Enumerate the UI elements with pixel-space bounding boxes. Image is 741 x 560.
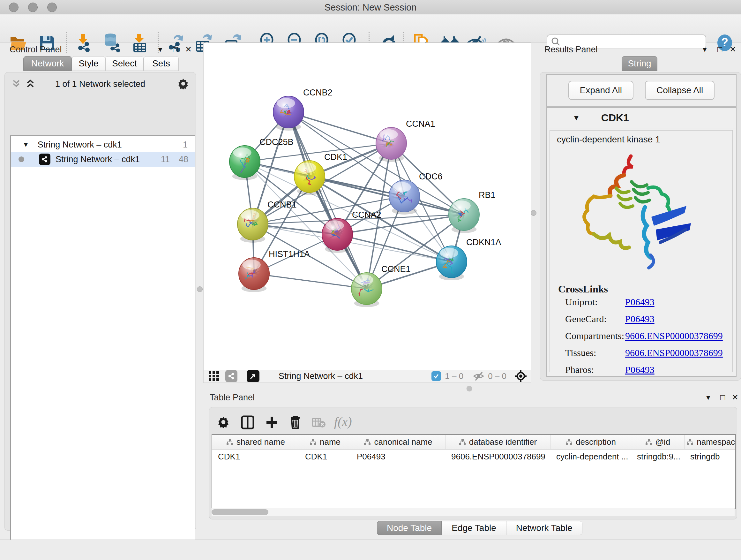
network-view-title: String Network – cdk1 [279,371,363,381]
results-panel: Results Panel ▾ □ ✕ String Expand All Co… [540,42,741,381]
results-panel-menu-icon[interactable]: ▾ [703,45,707,54]
table-cell[interactable]: CDK1 [212,449,299,463]
crosslink-label: GeneCard: [565,314,607,324]
collection-expander-icon[interactable]: ▼ [22,140,29,149]
title-bar: Session: New Session [0,0,741,14]
results-buttons-box: Expand All Collapse All [546,74,737,107]
selected-checkbox-icon[interactable] [431,371,441,381]
birds-eye-view-icon[interactable] [208,371,220,381]
table-cell[interactable]: stringdb [684,449,736,463]
control-panel-menu-icon[interactable]: ▾ [158,45,162,54]
main-toolbar: ? [0,14,741,43]
crosslink-link[interactable]: 9606.ENSP00000378699 [625,330,723,341]
delete-table-icon[interactable] [312,417,326,428]
fit-content-crosshair-icon[interactable] [515,370,527,382]
table-horizontal-scrollbar[interactable] [212,508,735,516]
hidden-eye-icon [473,371,485,381]
node-label-cdc25b: CDC25B [259,137,293,147]
crosslink-link[interactable]: P06493 [625,364,655,375]
collection-label: String Network – cdk1 [38,140,122,150]
crosslink-label: Compartments: [565,330,624,341]
table-row[interactable]: CDK1CDK1P064939606.ENSP00000378699cyclin… [212,449,735,463]
hierarchy-icon [459,439,466,445]
table-panel-float-icon[interactable]: □ [720,393,725,402]
column-header-shared-name[interactable]: shared name [212,435,299,449]
gene-header-row[interactable]: ▼ CDK1 [547,108,736,128]
network-edge[interactable] [288,112,391,143]
node-label-ccne1: CCNE1 [381,264,411,274]
function-builder-icon[interactable]: f(x) [334,414,352,429]
tab-edge-table[interactable]: Edge Table [442,521,506,535]
network-row[interactable]: String Network – cdk1 11 48 [11,152,195,167]
right-splitter-handle[interactable] [531,210,536,216]
protein-structure-image [564,150,698,277]
column-header-namespace[interactable]: namespace [684,435,736,449]
network-collection-row[interactable]: ▼ String Network – cdk1 1 [11,137,195,152]
delete-column-icon[interactable] [289,415,301,429]
table-panel-close-icon[interactable]: ✕ [732,393,738,402]
network-options-gear-icon[interactable] [178,78,189,89]
node-label-ccna2: CCNA2 [352,210,381,220]
selected-count: 1 – 0 [445,371,463,381]
tab-sets[interactable]: Sets [144,56,179,71]
gene-detail-inner: cyclin-dependent kinase 1 [549,130,733,372]
crosslink-link[interactable]: P06493 [625,297,655,307]
crosslink-link[interactable]: 9606.ENSP00000378699 [625,348,723,358]
tab-select[interactable]: Select [105,56,144,71]
table-scrollbar-thumb[interactable] [212,509,268,515]
gene-description: cyclin-dependent kinase 1 [557,134,660,145]
table-header-row: shared namenamecanonical namedatabase id… [212,435,735,449]
gene-expander-icon[interactable]: ▼ [572,113,580,122]
tab-network[interactable]: Network [23,56,72,71]
toolbar-separator [468,370,468,382]
node-label-cdkn1a: CDKN1A [466,238,501,247]
collapse-all-button[interactable]: Collapse All [645,81,715,100]
network-selection-status: 1 of 1 Network selected [4,79,196,89]
node-label-hist1h1a: HIST1H1A [269,249,310,259]
results-panel-close-icon[interactable]: ✕ [730,45,736,54]
column-header-database-identifier[interactable]: database identifier [446,435,550,449]
table-panel-title: Table Panel [210,393,255,402]
control-panel-close-icon[interactable]: ✕ [185,45,192,54]
network-edge[interactable] [254,273,367,289]
crosslink-label: Tissues: [565,348,596,358]
node-label-cdk1: CDK1 [324,152,347,162]
table-panel-menu-icon[interactable]: ▾ [706,393,711,402]
node-label-ccnb1: CCNB1 [267,200,297,209]
collection-count: 1 [183,140,188,150]
network-node-count: 11 [161,154,170,165]
network-view-canvas[interactable]: CCNB2CCNA1CDC25BCDK1CDC6RB1CCNB1CCNA2CDK… [203,43,531,370]
column-header-name[interactable]: name [299,435,351,449]
status-bar: Memory [0,540,741,560]
gene-detail-box: ▼ CDK1 cyclin-dependent kinase 1 [546,107,737,377]
tab-style[interactable]: Style [72,56,105,71]
table-rows: CDK1CDK1P064939606.ENSP00000378699cyclin… [212,449,735,463]
tab-node-table[interactable]: Node Table [377,521,442,535]
network-edge[interactable] [288,112,367,289]
hierarchy-icon [364,439,371,445]
results-panel-float-icon[interactable]: □ [718,45,722,54]
tab-string[interactable]: String [622,56,657,71]
hidden-count: 0 – 0 [488,371,507,381]
crosslink-link[interactable]: P06493 [625,314,655,324]
expand-all-button[interactable]: Expand All [568,81,633,100]
control-panel-float-icon[interactable]: □ [173,45,178,54]
table-cell[interactable]: CDK1 [299,449,351,463]
detach-view-icon[interactable] [247,370,259,382]
node-table: shared namenamecanonical namedatabase id… [212,434,736,509]
table-cell[interactable]: P06493 [351,449,446,463]
string-tab-icon[interactable] [225,370,238,382]
tab-network-table[interactable]: Network Table [506,521,583,535]
column-header-canonical-name[interactable]: canonical name [351,435,446,449]
table-gear-icon[interactable] [217,416,229,428]
table-cell[interactable]: stringdb:9... [631,449,684,463]
table-cell[interactable]: 9606.ENSP00000378699 [446,449,550,463]
column-header--id[interactable]: @id [631,435,684,449]
hierarchy-icon [310,439,317,445]
show-columns-icon[interactable] [241,415,254,429]
add-column-icon[interactable] [265,415,279,429]
control-panel-tabs: NetworkStyleSelectSets [23,56,179,71]
column-header-description[interactable]: description [550,435,631,449]
table-cell[interactable]: cyclin-dependent ... [550,449,631,463]
left-splitter-handle[interactable] [197,287,203,292]
